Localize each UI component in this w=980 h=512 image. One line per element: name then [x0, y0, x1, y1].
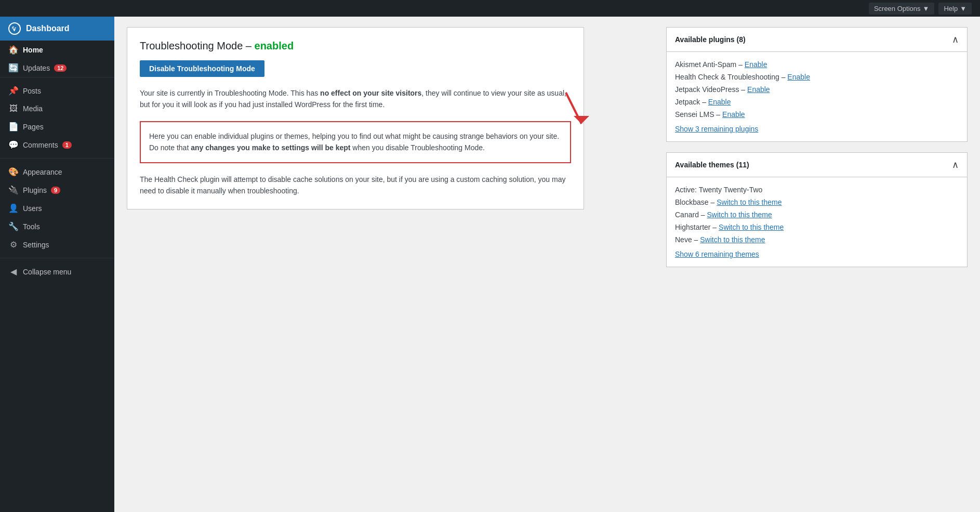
screen-options-label: Screen Options	[874, 5, 921, 12]
plugin-item-jetpack: Jetpack – Enable	[675, 98, 959, 106]
left-column: Troubleshooting Mode – enabled Disable T…	[127, 27, 656, 288]
sidebar-logo-label: Dashboard	[26, 24, 70, 33]
sidebar-item-posts[interactable]: 📌 Posts	[0, 82, 114, 100]
sidebar-media-label: Media	[23, 104, 43, 113]
sidebar-item-settings[interactable]: ⚙ Settings	[0, 235, 114, 254]
active-theme: Active: Twenty Twenty-Two	[675, 186, 959, 194]
theme-switch-canard[interactable]: Switch to this theme	[707, 211, 772, 219]
plugin-enable-jetpack-videopress[interactable]: Enable	[747, 85, 770, 94]
plugins-chevron-icon: ∧	[952, 34, 959, 45]
page-title: Troubleshooting Mode – enabled	[140, 40, 571, 52]
sidebar-item-appearance[interactable]: 🎨 Appearance	[0, 163, 114, 181]
sidebar-collapse[interactable]: ◀ Collapse menu	[0, 262, 114, 281]
svg-marker-1	[574, 116, 589, 124]
bottom-paragraph: The Health Check plugin will attempt to …	[140, 174, 571, 197]
comments-badge: 1	[62, 141, 72, 149]
highlight-paragraph: Here you can enable individual plugins o…	[149, 130, 562, 154]
sidebar-settings-label: Settings	[23, 241, 49, 249]
sidebar-item-pages[interactable]: 📄 Pages	[0, 117, 114, 136]
theme-item-blockbase: Blockbase – Switch to this theme	[675, 198, 959, 206]
wordpress-logo-icon	[8, 22, 21, 35]
theme-name-canard: Canard –	[675, 211, 707, 219]
posts-icon: 📌	[8, 86, 19, 96]
sidebar-logo[interactable]: Dashboard	[0, 17, 114, 41]
plugins-panel-title: Available plugins (8)	[675, 35, 746, 44]
appearance-icon: 🎨	[8, 167, 19, 177]
collapse-icon: ◀	[8, 267, 19, 277]
plugin-item-healthcheck: Health Check & Troubleshooting – Enable	[675, 73, 959, 81]
updates-badge: 12	[54, 64, 67, 72]
screen-options-button[interactable]: Screen Options ▼	[869, 3, 934, 15]
users-icon: 👤	[8, 203, 19, 213]
content-area: Troubleshooting Mode – enabled Disable T…	[114, 17, 980, 512]
sidebar-item-updates[interactable]: 🔄 Updates 12	[0, 59, 114, 77]
theme-switch-neve[interactable]: Switch to this theme	[700, 235, 765, 244]
disable-troubleshooting-button[interactable]: Disable Troubleshooting Mode	[140, 60, 264, 77]
title-prefix: Troubleshooting Mode –	[140, 40, 255, 51]
sidebar-home-label: Home	[23, 46, 43, 54]
sidebar-item-media[interactable]: 🖼 Media	[0, 100, 114, 117]
help-label: Help	[944, 5, 958, 12]
sidebar-pages-label: Pages	[23, 123, 44, 131]
theme-item-highstarter: Highstarter – Switch to this theme	[675, 223, 959, 231]
plugin-name-healthcheck: Health Check & Troubleshooting –	[675, 73, 787, 81]
plugin-name-sensei: Sensei LMS –	[675, 110, 722, 119]
comments-icon: 💬	[8, 140, 19, 150]
sidebar-item-plugins[interactable]: 🔌 Plugins 9	[0, 181, 114, 199]
theme-item-neve: Neve – Switch to this theme	[675, 235, 959, 244]
right-sidebar: Available plugins (8) ∧ Akismet Anti-Spa…	[666, 27, 968, 288]
plugin-item-akismet: Akismet Anti-Spam – Enable	[675, 60, 959, 69]
help-button[interactable]: Help ▼	[938, 3, 972, 15]
plugin-enable-healthcheck[interactable]: Enable	[787, 73, 810, 81]
themes-panel-title: Available themes (11)	[675, 161, 749, 169]
pages-icon: 📄	[8, 122, 19, 132]
themes-panel-header[interactable]: Available themes (11) ∧	[667, 153, 967, 177]
plugin-name-jetpack: Jetpack –	[675, 98, 708, 106]
plugins-panel-body: Akismet Anti-Spam – Enable Health Check …	[667, 52, 967, 141]
sidebar-item-home[interactable]: 🏠 Home	[0, 41, 114, 59]
sidebar-collapse-label: Collapse menu	[23, 268, 71, 276]
top-bar: Screen Options ▼ Help ▼	[0, 0, 980, 17]
sidebar-item-tools[interactable]: 🔧 Tools	[0, 217, 114, 235]
sidebar-users-label: Users	[23, 204, 42, 213]
updates-icon: 🔄	[8, 63, 19, 73]
sidebar: Dashboard 🏠 Home 🔄 Updates 12 📌 Posts 🖼 …	[0, 17, 114, 512]
settings-icon: ⚙	[8, 240, 19, 250]
show-more-themes-link[interactable]: Show 6 remaining themes	[675, 250, 959, 258]
highlight-bold: any changes you make to settings will be…	[191, 143, 350, 152]
plugin-item-jetpack-videopress: Jetpack VideoPress – Enable	[675, 85, 959, 94]
main-layout: Dashboard 🏠 Home 🔄 Updates 12 📌 Posts 🖼 …	[0, 17, 980, 512]
home-icon: 🏠	[8, 45, 19, 55]
media-icon: 🖼	[8, 104, 19, 113]
chevron-down-icon: ▼	[960, 5, 966, 12]
sidebar-item-comments[interactable]: 💬 Comments 1	[0, 136, 114, 154]
description-paragraph: Your site is currently in Troubleshootin…	[140, 87, 571, 111]
themes-panel-body: Active: Twenty Twenty-Two Blockbase – Sw…	[667, 177, 967, 267]
theme-name-blockbase: Blockbase –	[675, 198, 717, 206]
theme-item-canard: Canard – Switch to this theme	[675, 211, 959, 219]
chevron-down-icon: ▼	[923, 5, 930, 12]
sidebar-updates-label: Updates	[23, 64, 50, 72]
main-card: Troubleshooting Mode – enabled Disable T…	[127, 27, 584, 209]
theme-switch-blockbase[interactable]: Switch to this theme	[717, 198, 782, 206]
plugins-panel-header[interactable]: Available plugins (8) ∧	[667, 28, 967, 52]
plugins-badge: 9	[51, 187, 60, 194]
themes-panel: Available themes (11) ∧ Active: Twenty T…	[666, 152, 968, 267]
theme-name-neve: Neve –	[675, 235, 700, 244]
highlight-box: Here you can enable individual plugins o…	[140, 121, 571, 163]
show-more-plugins-link[interactable]: Show 3 remaining plugins	[675, 125, 959, 133]
sidebar-appearance-label: Appearance	[23, 168, 62, 176]
content-wrapper: Troubleshooting Mode – enabled Disable T…	[127, 27, 968, 288]
plugin-enable-akismet[interactable]: Enable	[745, 60, 767, 69]
sidebar-plugins-label: Plugins	[23, 186, 47, 194]
plugin-enable-jetpack[interactable]: Enable	[708, 98, 731, 106]
plugins-panel: Available plugins (8) ∧ Akismet Anti-Spa…	[666, 27, 968, 142]
sidebar-tools-label: Tools	[23, 222, 40, 231]
plugin-name-akismet: Akismet Anti-Spam –	[675, 60, 745, 69]
sidebar-item-users[interactable]: 👤 Users	[0, 199, 114, 217]
sidebar-comments-label: Comments	[23, 141, 58, 149]
title-status: enabled	[255, 40, 294, 51]
sidebar-section-main: 📌 Posts 🖼 Media 📄 Pages 💬 Comments 1	[0, 77, 114, 159]
plugin-enable-sensei[interactable]: Enable	[722, 110, 745, 119]
theme-switch-highstarter[interactable]: Switch to this theme	[719, 223, 784, 231]
